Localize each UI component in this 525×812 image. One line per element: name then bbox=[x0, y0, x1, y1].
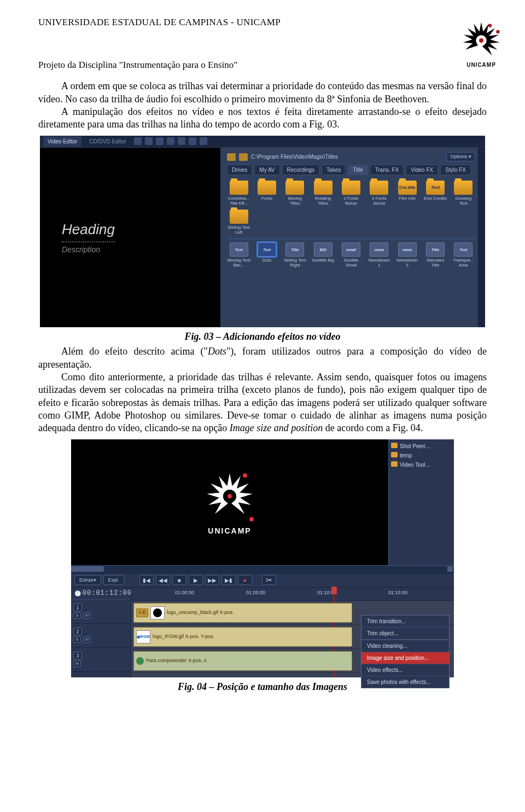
tab-cd-dvd-editor[interactable]: CD/DVD Editor bbox=[85, 136, 130, 147]
resize-handle-icon[interactable] bbox=[243, 473, 247, 478]
toolbar-icon-open[interactable] bbox=[145, 137, 153, 145]
timeline-clip[interactable]: Para compreender X-pos. A bbox=[133, 651, 352, 671]
folder-rotating-titles[interactable]: Rotating Titles bbox=[311, 181, 335, 206]
playhead-marker-icon[interactable] bbox=[331, 587, 337, 594]
timeline-lanes[interactable]: 01:00:00 01:05:00 01:10:00 01:15:00 A E … bbox=[131, 588, 454, 677]
header-text-block: UNIVERSIDADE ESTADUAL DE CAMPINAS - UNIC… bbox=[38, 16, 459, 77]
menu-trim-transition[interactable]: Trim transition... bbox=[361, 616, 449, 627]
track-number[interactable]: 1 bbox=[73, 604, 82, 611]
folder-fonts[interactable]: Fonts bbox=[255, 181, 278, 206]
cut-button[interactable]: ✂ bbox=[262, 575, 276, 585]
rewind-button[interactable]: ◀◀ bbox=[156, 575, 170, 585]
solo-button[interactable]: S bbox=[73, 636, 81, 643]
clip-ae-badge: A E bbox=[136, 608, 148, 617]
record-button[interactable]: ● bbox=[238, 575, 252, 585]
folder-2fonts-above[interactable]: 2 Fonts Above bbox=[368, 181, 391, 206]
menu-video-cleaning[interactable]: Video cleaning... bbox=[361, 640, 449, 652]
tile-standard-title[interactable]: TitleStandard Title bbox=[423, 242, 447, 268]
menu-image-size-position[interactable]: Image size and position... bbox=[361, 652, 449, 664]
tab-video-editor[interactable]: Video Editor bbox=[43, 136, 81, 147]
caption-fig03: Fig. 03 – Adicionando efeitos no vídeo bbox=[38, 330, 487, 343]
tab-my-av[interactable]: My AV bbox=[254, 165, 279, 175]
timeline-clip[interactable]: ◉IFGW logo_IFGW.gif X-pos. Y-pos. bbox=[133, 627, 352, 647]
tab-title[interactable]: Title bbox=[348, 165, 368, 175]
svg-point-0 bbox=[479, 38, 483, 43]
forward-button[interactable]: ▶▶ bbox=[205, 575, 219, 585]
tile-subtitle-small[interactable]: smallSubtitle Small bbox=[339, 242, 363, 268]
menu-trim-object[interactable]: Trim object... bbox=[361, 627, 449, 639]
folder-item[interactable]: Shot Peeri… bbox=[391, 442, 452, 451]
menu-video-effects[interactable]: Video effects... bbox=[361, 664, 449, 676]
toolbar-icon-settings[interactable] bbox=[200, 137, 207, 145]
timecode: 00:01:12:00 bbox=[83, 589, 132, 598]
time-ruler[interactable]: 01:00:00 01:05:00 01:10:00 01:15:00 bbox=[131, 588, 454, 601]
media-browser: C:\Program Files\Video\Magix\Titles Opti… bbox=[220, 148, 477, 327]
tile-newsticker-2[interactable]: newsNewsticker 2 bbox=[395, 242, 419, 268]
paragraph-3: Além do efeito descrito acima ("Dots"), … bbox=[38, 345, 487, 371]
paragraph-1: A ordem em que se coloca as trilhas vai … bbox=[38, 80, 487, 106]
track-header-2: 2 SM bbox=[71, 624, 131, 648]
folder-combina[interactable]: Combina... Title Eff... bbox=[227, 181, 250, 206]
folder-end-credits[interactable]: TextEnd Credits bbox=[423, 181, 447, 206]
ie-button[interactable]: Ie bbox=[73, 660, 81, 667]
skip-fwd-button[interactable]: ▶▮ bbox=[221, 575, 236, 585]
toolbar-icon-save[interactable] bbox=[156, 137, 164, 145]
tab-drives[interactable]: Drives bbox=[227, 165, 252, 175]
unicamp-logo: UNICAMP bbox=[459, 16, 503, 68]
browser-scrollbar[interactable] bbox=[477, 148, 485, 327]
folder-sliding-left[interactable]: Sliding Text Left bbox=[227, 210, 250, 235]
mute-button[interactable]: M bbox=[83, 636, 91, 643]
svg-point-3 bbox=[153, 608, 162, 617]
tab-stylo-fx[interactable]: Stylo FX bbox=[440, 165, 471, 175]
tab-video-fx[interactable]: Video FX bbox=[406, 165, 438, 175]
toolbar-icon-print[interactable] bbox=[167, 137, 174, 145]
divider bbox=[227, 239, 475, 239]
clip-label: logo_unicamp_black.gif X-pos. bbox=[167, 610, 234, 616]
tile-dots[interactable]: TextDots bbox=[255, 242, 278, 268]
tile-sliding-right[interactable]: TitleSliding Text Right bbox=[283, 242, 307, 268]
tile-newsticker-1[interactable]: newsNewsticker 1 bbox=[368, 242, 391, 268]
tab-recordings[interactable]: Recordings bbox=[282, 165, 320, 175]
preview-heading: Heading bbox=[62, 221, 115, 242]
clip-thumbnail: ◉IFGW bbox=[136, 630, 150, 643]
play-button[interactable]: ▶ bbox=[189, 575, 203, 585]
toolbar-icon-new[interactable] bbox=[134, 137, 142, 145]
solo-button[interactable]: S bbox=[73, 612, 81, 619]
folder-2fonts-below[interactable]: 2 Fonts Below bbox=[339, 181, 363, 206]
toolbar-icon-redo[interactable] bbox=[189, 137, 196, 145]
title-preview-pane: Heading Description bbox=[40, 148, 220, 327]
clip-thumbnail bbox=[150, 606, 165, 619]
tile-subtitle-big[interactable]: BIGSubtitle Big bbox=[311, 242, 335, 268]
folder-icon[interactable] bbox=[239, 153, 248, 161]
extras-dropdown[interactable]: Extras ▾ bbox=[74, 575, 101, 585]
tile-moving-text[interactable]: TextMoving Text Bac... bbox=[227, 242, 250, 268]
folder-growing-text[interactable]: Growing Text bbox=[452, 181, 475, 206]
resize-handle-icon[interactable] bbox=[249, 517, 254, 521]
timeline-clip[interactable]: A E logo_unicamp_black.gif X-pos. bbox=[133, 603, 352, 623]
unicamp-logo-icon bbox=[459, 16, 503, 60]
horizontal-scrollbar[interactable] bbox=[71, 565, 454, 573]
menu-save-photos[interactable]: Save photos with effects... bbox=[361, 676, 449, 688]
expl-button[interactable]: Expl. bbox=[103, 575, 124, 585]
svg-point-2 bbox=[496, 30, 499, 33]
figure-03-video-editor: Video Editor CD/DVD Editor Heading Descr… bbox=[40, 136, 485, 327]
mute-button[interactable]: M bbox=[83, 612, 91, 619]
toolbar-icon-undo[interactable] bbox=[178, 137, 185, 145]
track-header-1: 1 SM bbox=[71, 600, 131, 624]
tab-trans-fx[interactable]: Trans. FX bbox=[370, 165, 404, 175]
track-number[interactable]: 2 bbox=[73, 628, 82, 635]
skip-back-button[interactable]: ▮◀ bbox=[139, 575, 154, 585]
folder-up-icon[interactable] bbox=[227, 153, 236, 161]
folder-moving-titles[interactable]: Moving Titles bbox=[283, 181, 307, 206]
track-number[interactable]: 3 bbox=[73, 652, 82, 659]
tab-takes[interactable]: Takes bbox=[322, 165, 346, 175]
folder-item[interactable]: temp bbox=[391, 451, 452, 460]
resize-handle-icon[interactable] bbox=[228, 494, 232, 498]
folder-item[interactable]: Video Tool… bbox=[391, 460, 452, 469]
options-dropdown[interactable]: Options ▾ bbox=[446, 152, 475, 162]
folder-film-info[interactable]: Cre ditsFilm Info bbox=[395, 181, 419, 206]
tile-transparent-area[interactable]: TextTranspar... Area bbox=[452, 242, 475, 268]
video-preview: UNICAMP bbox=[71, 439, 388, 565]
audio-icon bbox=[136, 657, 144, 665]
stop-button[interactable]: ■ bbox=[172, 575, 186, 585]
